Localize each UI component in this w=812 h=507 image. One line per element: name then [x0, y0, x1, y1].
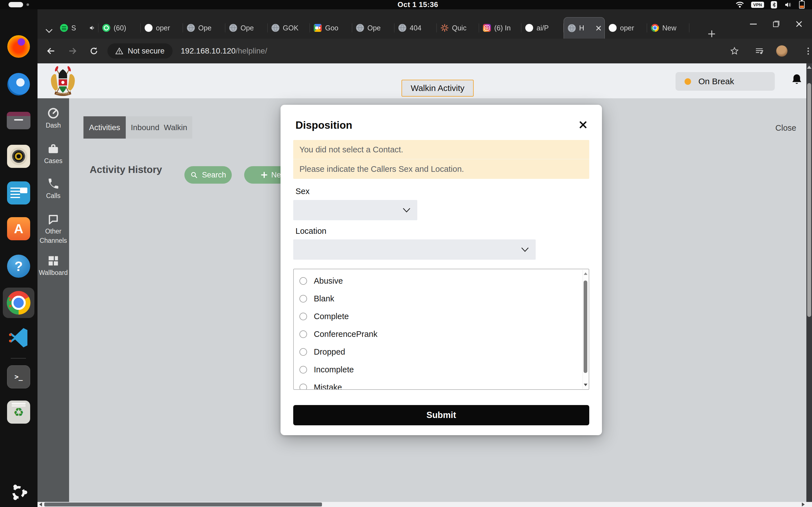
- tab-helpline-active[interactable]: H: [564, 17, 605, 39]
- tab-audio-icon[interactable]: [89, 25, 96, 31]
- tab-activities[interactable]: Activities: [84, 116, 126, 138]
- tab-inbound-walkin[interactable]: Inbound Walkin: [126, 116, 192, 138]
- scroll-right-arrow[interactable]: [802, 503, 805, 506]
- back-button[interactable]: [45, 45, 57, 57]
- chrome-dock-icon[interactable]: [6, 291, 31, 315]
- radio-button[interactable]: [299, 366, 307, 374]
- rhythmbox-icon[interactable]: [6, 144, 31, 168]
- radio-button[interactable]: [299, 313, 307, 320]
- window-close-button[interactable]: [796, 20, 802, 27]
- minimize-button[interactable]: [750, 24, 757, 24]
- trash-icon[interactable]: ♻: [6, 400, 31, 424]
- url-host: 192.168.10.120: [181, 47, 236, 55]
- running-indicator: [9, 340, 11, 342]
- tab-strip: S (60) oper Ope Ope: [38, 9, 812, 39]
- tab-github-2[interactable]: ai/P: [521, 17, 564, 39]
- tab-github-1[interactable]: oper: [141, 17, 183, 39]
- sidebar-item-calls[interactable]: Calls: [38, 178, 69, 201]
- location-select[interactable]: [293, 239, 536, 260]
- vscode-icon[interactable]: [6, 326, 31, 350]
- radio-button[interactable]: [299, 295, 307, 302]
- radio-button[interactable]: [299, 277, 307, 285]
- horizontal-scrollbar[interactable]: [38, 502, 812, 507]
- tab-404[interactable]: 404: [395, 17, 437, 39]
- tab-close-icon[interactable]: [596, 25, 602, 31]
- running-indicator: [9, 298, 11, 301]
- help-icon[interactable]: ?: [6, 254, 31, 278]
- tab-search-button[interactable]: [44, 26, 54, 36]
- reload-button[interactable]: [88, 45, 100, 57]
- submit-button[interactable]: Submit: [293, 405, 589, 425]
- tab-new-tab-page[interactable]: New: [647, 17, 689, 39]
- browser-menu-icon[interactable]: [803, 46, 812, 56]
- scroll-up-arrow[interactable]: [807, 66, 811, 69]
- new-tab-button[interactable]: [706, 28, 718, 40]
- security-chip[interactable]: Not secure: [107, 43, 172, 59]
- workspace-indicator[interactable]: [8, 2, 23, 7]
- option-mistake[interactable]: Mistake: [294, 379, 589, 390]
- profile-avatar[interactable]: [776, 45, 788, 57]
- sidebar-item-other-channels[interactable]: Other Channels: [38, 213, 69, 245]
- forward-button[interactable]: [67, 45, 78, 57]
- search-button[interactable]: Search: [185, 166, 232, 184]
- option-abusive[interactable]: Abusive: [294, 272, 589, 290]
- modal-close-icon[interactable]: [579, 121, 587, 129]
- sidebar-item-wallboard[interactable]: Wallboard: [38, 255, 69, 277]
- system-status-area[interactable]: VPN: [735, 0, 805, 9]
- vertical-scrollbar[interactable]: [806, 63, 812, 502]
- globe-favicon: [398, 24, 406, 32]
- tab-spotify[interactable]: S: [56, 17, 98, 39]
- warning-icon: [115, 47, 123, 55]
- tab-instagram[interactable]: (6) In: [479, 17, 521, 39]
- list-scroll-thumb[interactable]: [583, 281, 587, 373]
- bookmark-star-icon[interactable]: [729, 45, 740, 57]
- thunderbird-icon[interactable]: [6, 72, 31, 96]
- chevron-down-icon: [521, 247, 529, 252]
- scroll-left-arrow[interactable]: [39, 503, 42, 506]
- walkin-activity-button[interactable]: Walkin Activity: [402, 80, 474, 97]
- workspace-dot[interactable]: [27, 3, 29, 6]
- option-blank[interactable]: Blank: [294, 290, 589, 307]
- document-viewer-icon[interactable]: [6, 181, 31, 205]
- files-icon[interactable]: [6, 108, 31, 133]
- option-complete[interactable]: Complete: [294, 307, 589, 325]
- app-center-icon[interactable]: A: [6, 217, 31, 241]
- horizontal-scroll-thumb[interactable]: [44, 503, 322, 506]
- vertical-scroll-thumb[interactable]: [807, 83, 811, 317]
- tab-github-3[interactable]: oper: [605, 17, 647, 39]
- close-link[interactable]: Close: [775, 123, 796, 133]
- sidebar-item-cases[interactable]: Cases: [38, 143, 69, 166]
- restore-button[interactable]: [773, 21, 779, 27]
- vpn-badge: VPN: [751, 2, 764, 8]
- warning-line: You did not select a Contact.: [293, 140, 589, 159]
- option-incomplete[interactable]: Incomplete: [294, 361, 589, 379]
- dashboard-icon: [47, 107, 60, 120]
- radio-button[interactable]: [299, 384, 307, 390]
- chat-bubble-icon: [47, 213, 59, 226]
- ubuntu-menu-icon[interactable]: [6, 480, 31, 504]
- address-bar[interactable]: 192.168.10.120/helpline/: [181, 39, 267, 63]
- firefox-icon[interactable]: [6, 34, 31, 59]
- list-scroll-down-arrow[interactable]: [584, 384, 588, 386]
- media-queue-icon[interactable]: [754, 45, 765, 57]
- tab-web-3[interactable]: Ope: [352, 17, 395, 39]
- radio-button[interactable]: [299, 348, 307, 356]
- tab-gok[interactable]: GOK: [267, 17, 310, 39]
- system-clock[interactable]: Oct 1 15:36: [398, 0, 438, 9]
- tab-claude[interactable]: Quic: [437, 17, 479, 39]
- terminal-icon[interactable]: >_: [6, 365, 31, 389]
- list-scroll-up-arrow[interactable]: [584, 272, 588, 275]
- radio-button[interactable]: [299, 330, 307, 338]
- status-badge[interactable]: On Break: [675, 72, 775, 91]
- option-conferenceprank[interactable]: ConferencePrank: [294, 325, 589, 343]
- tab-google-meet[interactable]: Goo: [310, 17, 352, 39]
- tab-web-1[interactable]: Ope: [183, 17, 225, 39]
- tab-web-2[interactable]: Ope: [225, 17, 267, 39]
- tab-whatsapp[interactable]: (60): [98, 17, 141, 39]
- notifications-bell-icon[interactable]: [791, 73, 803, 86]
- sex-select[interactable]: [293, 200, 417, 220]
- sidebar-item-dash[interactable]: Dash: [38, 107, 69, 130]
- option-dropped[interactable]: Dropped: [294, 343, 589, 361]
- list-scrollbar[interactable]: [582, 270, 588, 389]
- running-indicator: [9, 334, 11, 336]
